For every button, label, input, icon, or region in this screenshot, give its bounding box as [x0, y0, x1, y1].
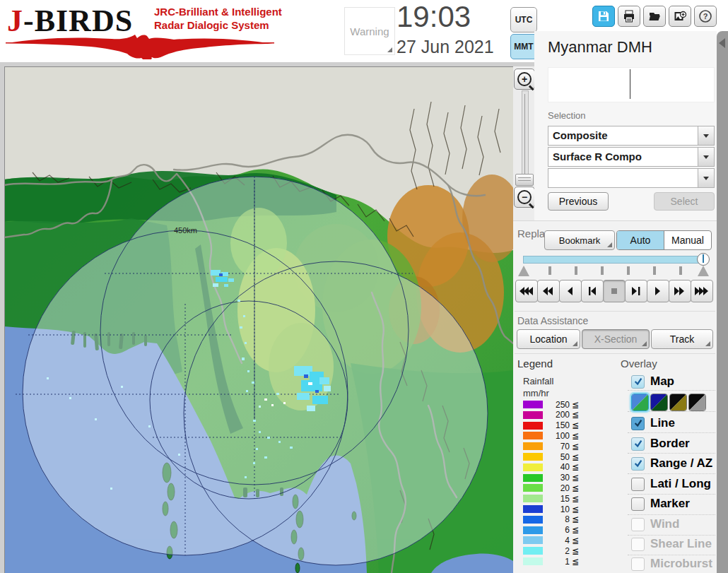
panel-edge-strip: [717, 31, 728, 573]
bookmark-button[interactable]: Bookmark: [544, 230, 615, 250]
station-title: Myanmar DMH: [548, 38, 652, 57]
overlay-item-range-az[interactable]: Range / AZ: [631, 456, 712, 471]
auto-mode-button[interactable]: Auto: [617, 231, 664, 249]
rain-echo-cell: [242, 358, 245, 360]
overlay-item-label: Line: [650, 416, 675, 430]
radar-map[interactable]: 450km: [4, 66, 513, 573]
logo-subtitle-1: JRC-Brilliant & Intelligent: [154, 6, 282, 18]
overlay-checkbox[interactable]: [631, 478, 645, 491]
previous-button[interactable]: Previous: [548, 192, 609, 211]
legend-row: 20≦: [523, 483, 579, 492]
stop-button[interactable]: [603, 280, 626, 302]
forward-button[interactable]: [669, 280, 691, 302]
zoom-out-button[interactable]: −: [514, 187, 535, 208]
overlay-checkbox[interactable]: [631, 557, 645, 571]
overlay-item-shear-line[interactable]: Shear Line: [631, 536, 712, 552]
zoom-slider-track[interactable]: [522, 90, 529, 184]
legend-value: 50: [543, 452, 570, 462]
divider: [515, 311, 715, 312]
rain-echo-cell: [276, 393, 279, 395]
legend-value: 2: [543, 546, 570, 556]
legend-lte-symbol: ≦: [572, 504, 579, 514]
overlay-item-label: Shear Line: [650, 537, 712, 551]
zoom-in-icon: +: [517, 72, 532, 86]
save-button[interactable]: [592, 6, 615, 27]
rain-echo-cell: [297, 393, 310, 400]
overlay-item-map[interactable]: Map: [631, 374, 674, 389]
product-dropdown-arrow-icon[interactable]: [698, 148, 714, 166]
replay-slider-track[interactable]: [523, 256, 703, 264]
export-image-button[interactable]: [669, 6, 691, 27]
rain-echo-cell: [240, 326, 242, 329]
overlay-checkbox[interactable]: [631, 457, 645, 471]
select-button[interactable]: Select: [654, 192, 715, 211]
rain-echo-cell: [224, 284, 228, 287]
collapse-panel-icon[interactable]: [719, 38, 725, 48]
rain-echo-cell: [228, 278, 234, 282]
play-icon: [650, 285, 667, 297]
open-file-button[interactable]: [643, 6, 666, 27]
overlay-checkbox[interactable]: [631, 375, 645, 389]
overlay-checkbox[interactable]: [631, 437, 645, 451]
product-dropdown[interactable]: Surface R Compo: [548, 147, 715, 167]
forward-icon: [671, 285, 688, 297]
print-icon: [623, 10, 635, 23]
track-button[interactable]: Track: [651, 329, 713, 349]
map-style-swatch-4[interactable]: [688, 394, 706, 411]
rewind-button[interactable]: [537, 280, 560, 302]
next-frame-button[interactable]: [625, 280, 647, 302]
rewind-fast-button[interactable]: [515, 280, 538, 302]
forward-fast-button[interactable]: [691, 280, 713, 302]
prev-frame-button[interactable]: [581, 280, 604, 302]
play-button[interactable]: [647, 280, 669, 302]
composite-dropdown[interactable]: Composite: [548, 126, 715, 146]
rain-echo-cell: [237, 300, 240, 302]
legend-lte-symbol: ≦: [572, 536, 579, 545]
overlay-item-lati-long[interactable]: Lati / Long: [631, 476, 711, 492]
legend-lte-symbol: ≦: [572, 557, 579, 567]
help-button[interactable]: ?: [694, 6, 717, 27]
rain-echo-cell: [264, 456, 267, 459]
legend-value: 4: [543, 536, 570, 545]
step-back-button[interactable]: [559, 280, 582, 302]
slider-tick: [548, 266, 551, 275]
print-button[interactable]: [618, 6, 640, 27]
mmt-toggle-button[interactable]: MMT: [510, 34, 537, 59]
overlay-item-border[interactable]: Border: [631, 436, 690, 451]
replay-slider-thumb[interactable]: [697, 253, 710, 266]
zoom-slider-thumb[interactable]: [515, 174, 534, 186]
legend-row: 40≦: [523, 463, 579, 472]
overlay-item-line[interactable]: Line: [631, 415, 675, 431]
rain-echo-cell: [253, 420, 256, 422]
rain-echo-cell: [307, 406, 315, 411]
save-icon: [597, 10, 610, 23]
rewind-fast-icon: [518, 285, 535, 297]
zoom-in-button[interactable]: +: [514, 69, 535, 90]
overlay-item-microburst[interactable]: Microburst: [631, 556, 712, 572]
map-frame-left: [0, 66, 5, 573]
overlay-checkbox[interactable]: [631, 417, 645, 430]
overlay-checkbox[interactable]: [631, 538, 645, 551]
map-style-swatch-1[interactable]: [631, 394, 649, 411]
empty-dropdown-arrow-icon[interactable]: [698, 169, 714, 187]
manual-mode-button[interactable]: Manual: [664, 231, 711, 249]
overlay-item-wind[interactable]: Wind: [631, 516, 679, 532]
rain-echo-cell: [245, 342, 247, 344]
x-section-button[interactable]: X-Section: [582, 329, 650, 349]
utc-toggle-button[interactable]: UTC: [510, 7, 537, 33]
selection-label: Selection: [548, 110, 585, 121]
replay-mode-toggle: Auto Manual: [616, 230, 712, 250]
composite-dropdown-arrow-icon[interactable]: [698, 126, 714, 145]
legend-row: 1≦: [523, 557, 579, 566]
overlay-item-marker[interactable]: Marker: [631, 496, 690, 512]
empty-dropdown[interactable]: [548, 168, 715, 188]
range-distance-label: 450km: [174, 226, 197, 235]
location-button[interactable]: Location: [517, 329, 580, 349]
map-style-swatch-3[interactable]: [669, 394, 687, 411]
rain-echo-cell: [324, 386, 331, 391]
overlay-checkbox[interactable]: [631, 497, 645, 511]
warning-button[interactable]: Warning: [344, 7, 395, 55]
rain-echo-cell: [216, 277, 228, 282]
overlay-checkbox[interactable]: [631, 518, 645, 531]
map-style-swatch-2[interactable]: [650, 394, 668, 411]
